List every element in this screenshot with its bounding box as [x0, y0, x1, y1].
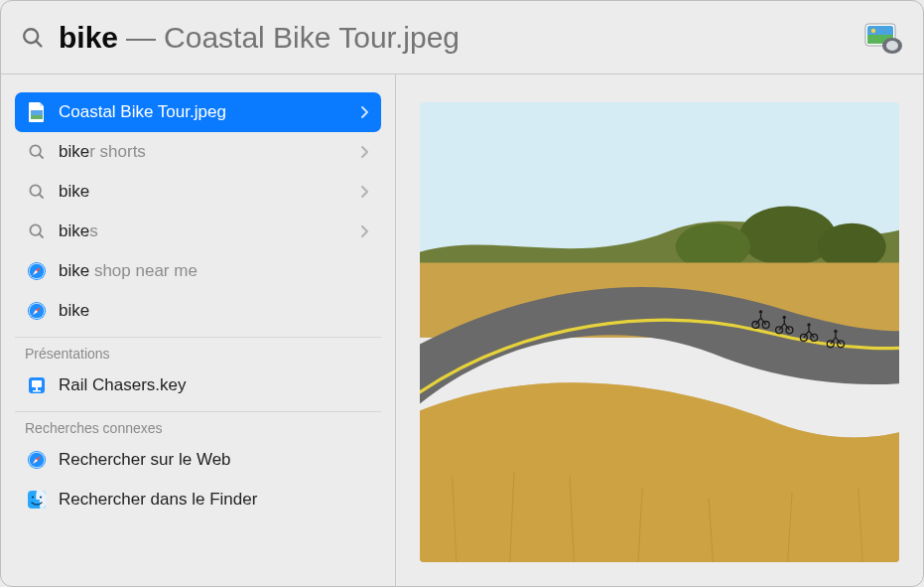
suggestion-label: bike shop near me — [59, 261, 371, 281]
suggestion-row[interactable]: bike — [15, 172, 381, 212]
suggestion-row[interactable]: bike shop near me — [15, 251, 381, 291]
search-separator: — — [118, 21, 164, 55]
svg-line-11 — [39, 154, 43, 158]
result-row-keynote[interactable]: Rail Chasers.key — [15, 366, 381, 405]
chevron-right-icon — [357, 224, 371, 238]
search-icon — [25, 140, 49, 164]
preview-image — [420, 102, 899, 562]
chevron-right-icon — [357, 145, 371, 159]
group-header-related-searches: Recherches connexes — [15, 411, 381, 440]
svg-line-1 — [36, 41, 41, 46]
svg-point-45 — [759, 310, 762, 313]
search-icon — [25, 220, 49, 243]
search-web-row[interactable]: Rechercher sur le Web — [15, 440, 381, 480]
spotlight-window: bike — Coastal Bike Tour.jpeg — [0, 0, 924, 587]
svg-rect-27 — [32, 380, 42, 387]
search-header: bike — Coastal Bike Tour.jpeg — [1, 1, 923, 74]
safari-icon — [25, 299, 49, 323]
results-sidebar[interactable]: Coastal Bike Tour.jpeg biker shorts bike — [1, 74, 396, 586]
svg-point-37 — [40, 496, 42, 498]
result-label: Rechercher sur le Web — [59, 450, 371, 470]
group-header-presentations: Présentations — [15, 337, 381, 366]
keynote-file-icon — [25, 373, 49, 397]
top-hit-label: Coastal Bike Tour.jpeg — [59, 102, 357, 122]
safari-icon — [25, 448, 49, 472]
preview-pane — [396, 74, 923, 586]
search-icon — [25, 180, 49, 204]
svg-point-48 — [783, 316, 786, 319]
search-input[interactable]: bike — Coastal Bike Tour.jpeg — [47, 21, 460, 55]
jpeg-file-icon — [25, 100, 49, 124]
suggestion-label: bikes — [59, 221, 357, 241]
svg-rect-29 — [33, 390, 41, 392]
suggestion-row[interactable]: bikes — [15, 212, 381, 251]
svg-line-13 — [39, 194, 43, 198]
search-top-hit-name: Coastal Bike Tour.jpeg — [164, 21, 460, 55]
svg-line-15 — [39, 233, 43, 237]
body: Coastal Bike Tour.jpeg biker shorts bike — [1, 74, 923, 586]
chevron-right-icon — [357, 185, 371, 199]
search-icon — [19, 24, 47, 52]
suggestion-row[interactable]: biker shorts — [15, 132, 381, 172]
svg-point-51 — [807, 323, 810, 326]
svg-rect-28 — [36, 387, 38, 390]
suggestion-label: biker shorts — [59, 142, 357, 162]
search-finder-row[interactable]: Rechercher dans le Finder — [15, 480, 381, 519]
chevron-right-icon — [357, 105, 371, 119]
suggestion-label: bike — [59, 301, 371, 321]
finder-icon — [25, 488, 49, 512]
preview-app-icon — [861, 16, 905, 60]
search-query-text: bike — [59, 21, 118, 55]
svg-point-7 — [886, 41, 898, 51]
svg-point-54 — [834, 330, 837, 333]
safari-icon — [25, 259, 49, 283]
svg-point-36 — [32, 496, 34, 498]
result-label: Rechercher dans le Finder — [59, 490, 371, 510]
result-label: Rail Chasers.key — [59, 375, 371, 395]
svg-point-5 — [871, 29, 875, 33]
top-hit-row[interactable]: Coastal Bike Tour.jpeg — [15, 92, 381, 132]
suggestion-row[interactable]: bike — [15, 291, 381, 331]
svg-rect-9 — [31, 115, 43, 119]
suggestion-label: bike — [59, 182, 357, 202]
